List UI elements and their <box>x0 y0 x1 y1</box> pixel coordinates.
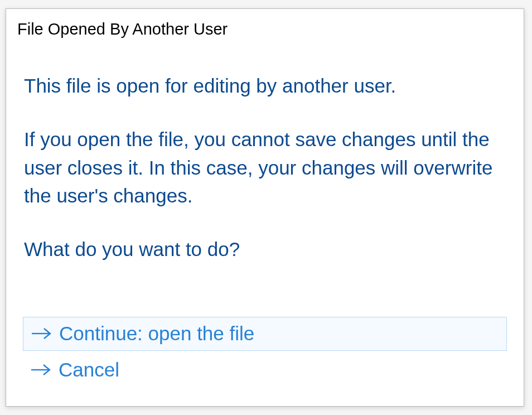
cancel-button[interactable]: Cancel <box>23 353 507 387</box>
dialog-title: File Opened By Another User <box>17 20 507 38</box>
file-lock-dialog: File Opened By Another User This file is… <box>6 8 524 407</box>
continue-button[interactable]: Continue: open the file <box>23 317 507 351</box>
message-explanation: If you open the file, you cannot save ch… <box>24 126 507 210</box>
cancel-button-label: Cancel <box>59 359 119 381</box>
message-prompt: What do you want to do? <box>24 235 507 264</box>
arrow-right-icon <box>30 362 52 378</box>
arrow-right-icon <box>30 326 52 341</box>
message-headline: This file is open for editing by another… <box>24 72 507 100</box>
continue-button-label: Continue: open the file <box>59 322 254 345</box>
